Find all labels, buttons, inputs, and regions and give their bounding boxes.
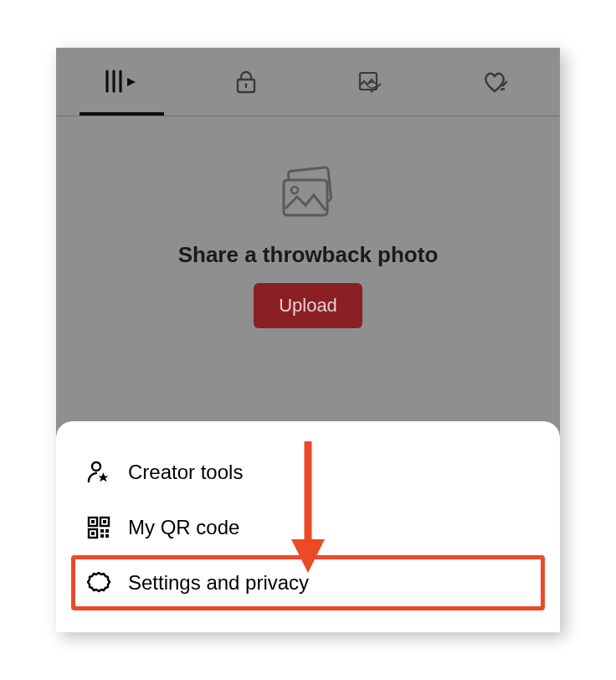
- svg-rect-19: [103, 520, 106, 523]
- svg-rect-21: [91, 532, 95, 535]
- svg-rect-22: [100, 529, 104, 533]
- menu-item-label: Creator tools: [128, 461, 243, 484]
- svg-marker-15: [98, 472, 108, 482]
- qr-code-icon: [86, 515, 111, 540]
- tab-feed[interactable]: [59, 48, 184, 116]
- svg-marker-3: [127, 78, 136, 86]
- app-screen: Share a throwback photo Upload Creator t…: [56, 48, 560, 632]
- broken-heart-icon: [482, 70, 507, 95]
- svg-point-14: [92, 462, 100, 471]
- menu-item-settings-privacy[interactable]: Settings and privacy: [71, 555, 545, 610]
- menu-item-qr-code[interactable]: My QR code: [71, 500, 545, 555]
- svg-rect-23: [105, 529, 109, 533]
- svg-rect-10: [284, 180, 327, 215]
- svg-rect-25: [105, 534, 109, 538]
- profile-tabbar: [56, 48, 560, 116]
- empty-state: Share a throwback photo Upload: [56, 165, 560, 328]
- settings-icon: [86, 570, 111, 595]
- more-menu-sheet: Creator tools My QR code: [56, 421, 560, 632]
- menu-item-creator-tools[interactable]: Creator tools: [71, 445, 545, 500]
- photo-stack-icon: [274, 165, 342, 227]
- empty-state-title: Share a throwback photo: [178, 242, 439, 268]
- svg-rect-24: [100, 534, 104, 538]
- menu-item-label: Settings and privacy: [128, 571, 309, 595]
- upload-button[interactable]: Upload: [254, 283, 362, 328]
- menu-item-label: My QR code: [128, 516, 239, 539]
- svg-point-26: [95, 580, 102, 586]
- creator-tools-icon: [86, 460, 111, 485]
- tab-broken-heart[interactable]: [433, 48, 557, 116]
- tab-hidden-photos[interactable]: [308, 48, 433, 116]
- feed-icon: [104, 70, 139, 95]
- tab-private[interactable]: [184, 48, 309, 116]
- photo-hidden-icon: [357, 70, 382, 95]
- lock-icon: [234, 70, 259, 95]
- svg-rect-17: [91, 520, 95, 523]
